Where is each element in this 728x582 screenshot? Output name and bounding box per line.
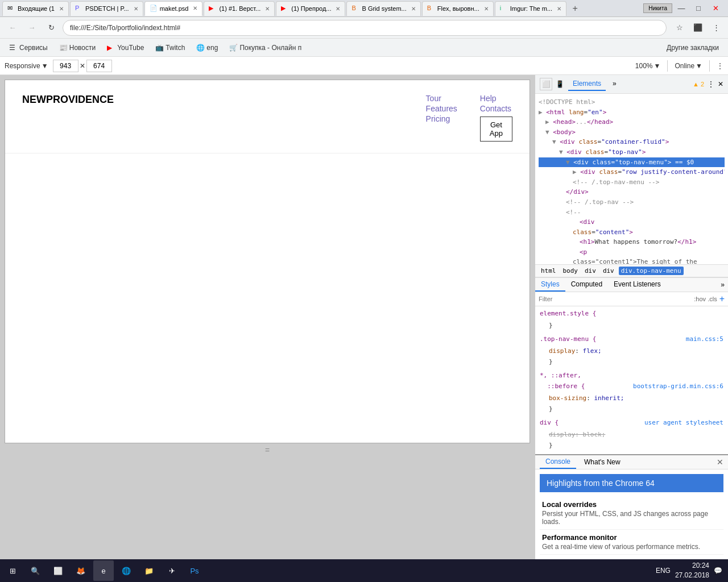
item-title: Performance monitor [542,533,721,542]
tab-styles[interactable]: Styles [535,278,565,292]
tab-label: Flex, выровн... [437,5,479,12]
responsive-select[interactable]: Responsive ▼ [5,62,48,70]
tab-imgur[interactable]: i Imgur: The m... ✕ [495,1,566,16]
rule-file[interactable]: main.css:5 [686,334,723,345]
nav-link-contacts[interactable]: Contacts [480,104,511,113]
devtools-icons: ⬜ 📱 [540,78,566,90]
tab-psdetch[interactable]: P PSDETCH | P... ✕ [70,1,143,16]
tab-label: B Grid system... [362,5,406,12]
nav-bar: ← → ↻ file:///E:/Site/To/portfolio/index… [0,17,728,39]
bookmark-services[interactable]: ☰ Сервисы [5,42,52,53]
tab-event-listeners[interactable]: Event Listeners [608,278,667,292]
tab-yt2[interactable]: ▶ (1) Препрод... ✕ [276,1,345,16]
tab-close[interactable]: ✕ [557,6,561,12]
breadcrumb-div2[interactable]: div [601,267,617,275]
tree-doctype: <!DOCTYPE html> [539,97,725,107]
tab-elements[interactable]: Elements [568,77,606,91]
rule-selector: .top-nav-menu { main.css:5 [540,334,723,345]
nav-link-pricing[interactable]: Pricing [426,114,457,123]
extensions-icon[interactable]: ⬛ [690,20,705,35]
styles-tabs: Styles Computed Event Listeners » [535,278,728,292]
tab-close[interactable]: ✕ [265,6,270,12]
forward-button[interactable]: → [24,20,40,36]
height-input[interactable] [86,60,112,72]
back-button[interactable]: ← [5,20,20,36]
device-icon[interactable]: 📱 [553,78,566,90]
webpage-container: NEWPROVIDENCE Tour Features Pricing Help… [0,75,535,559]
tab-close[interactable]: ✕ [336,6,340,12]
bookmark-youtube[interactable]: ▶ YouTube [102,42,148,53]
bookmarks-more[interactable]: Другие закладки [662,42,723,53]
online-select[interactable]: Online ▼ [675,62,702,70]
tree-head[interactable]: ▶ <head>...</head> [539,117,725,127]
bookmark-star-icon[interactable]: ☆ [672,20,687,35]
get-app-button[interactable]: Get App [480,117,512,142]
tab-whatsnew[interactable]: What's New [578,456,626,468]
tab-maket[interactable]: 📄 maket.psd ✕ [144,1,203,16]
eng-favicon: 🌐 [196,44,204,52]
minimize-button[interactable]: — [673,1,689,16]
tab-close[interactable]: ✕ [134,6,138,12]
tab-label: Входящие (1 [18,5,55,12]
tree-container[interactable]: ▼ <div class="container-fluid"> [539,137,725,147]
new-tab-button[interactable]: + [568,1,582,16]
tab-close[interactable]: ✕ [484,6,489,12]
hov-cls-toggle[interactable]: :hov .cls [694,296,717,302]
nav-link-tour[interactable]: Tour [426,94,457,103]
address-bar[interactable]: file:///E:/Site/To/portfolio/indext.html… [63,20,667,36]
breadcrumb-body[interactable]: body [561,267,581,275]
breadcrumb-div1[interactable]: div [582,267,598,275]
tab-gmail[interactable]: ✉ Входящие (1 ✕ [2,1,69,16]
imgur-favicon: i [500,5,508,13]
add-style-icon[interactable]: + [719,294,725,304]
tab-close[interactable]: ✕ [411,6,416,12]
tab-close[interactable]: ✕ [59,6,64,12]
tree-p-content: class="content1">The sight of the tumble… [539,257,725,265]
inspect-icon[interactable]: ⬜ [540,78,552,90]
devtools-close-icon[interactable]: ✕ [718,80,723,88]
console-close-icon[interactable]: ✕ [717,458,723,467]
window-title-text: Никита [643,3,672,13]
bookmark-news[interactable]: 📰 Новости [55,42,100,53]
menu-icon[interactable]: ⋮ [709,20,723,35]
style-rule-div: div { user agent stylesheet display: blo… [540,418,723,451]
console-item-perf: Performance monitor Get a real-time view… [540,530,723,555]
gmail-favicon: ✉ [7,5,15,13]
width-input[interactable] [53,60,78,72]
styles-filter-input[interactable] [539,296,692,302]
rule-file[interactable]: bootstrap-grid.min.css:6 [633,381,723,392]
b2-favicon: B [427,5,435,13]
html-tree[interactable]: <!DOCTYPE html> ▶ <html lang="en"> ▶ <he… [535,94,728,264]
bookmark-shop[interactable]: 🛒 Покупка - Онлайн п [225,42,306,53]
online-label: Online [675,62,694,70]
tab-more[interactable]: » [608,77,621,91]
breadcrumb-topnavmenu[interactable]: div.top-nav-menu [619,267,684,275]
nav-link-features[interactable]: Features [426,104,457,113]
tree-html[interactable]: ▶ <html lang="en"> [539,107,725,118]
tree-row[interactable]: ▶ <div class="row justify-content-around… [539,167,725,177]
styles-more-icon[interactable]: » [721,278,728,292]
refresh-button[interactable]: ↻ [43,20,59,36]
tab-console[interactable]: Console [540,455,576,469]
breadcrumb-html[interactable]: html [539,267,559,275]
tree-body[interactable]: ▼ <body> [539,127,725,138]
zoom-select[interactable]: 100% ▼ [635,62,661,70]
more-options-icon[interactable]: ⋮ [717,62,723,70]
tree-topnav[interactable]: ▼ <div class="top-nav"> [539,147,725,157]
maximize-button[interactable]: □ [690,1,706,16]
item-desc: Persist your HTML, CSS, and JS changes a… [542,510,721,526]
tab-b1[interactable]: B B Grid system... ✕ [346,1,420,16]
close-button[interactable]: ✕ [708,1,723,16]
tree-div-close: </div> [539,187,725,197]
tab-computed[interactable]: Computed [565,278,608,292]
tree-topnavmenu[interactable]: ▼ <div class="top-nav-menu"> == $0 [539,157,725,168]
tab-yt1[interactable]: ▶ (1) #1. Верст... ✕ [204,1,275,16]
tab-close[interactable]: ✕ [193,5,197,11]
bookmarks-bar: ☰ Сервисы 📰 Новости ▶ YouTube 📺 Twitch 🌐… [0,39,728,57]
bookmark-twitch[interactable]: 📺 Twitch [151,42,189,53]
devtools-more-icon[interactable]: ⋮ [708,80,714,88]
tab-b2[interactable]: B Flex, выровн... ✕ [422,1,494,16]
nav-link-help[interactable]: Help [480,94,497,103]
highlights-banner: Highlights from the Chrome 64 [540,474,723,492]
bookmark-eng[interactable]: 🌐 eng [192,42,222,53]
